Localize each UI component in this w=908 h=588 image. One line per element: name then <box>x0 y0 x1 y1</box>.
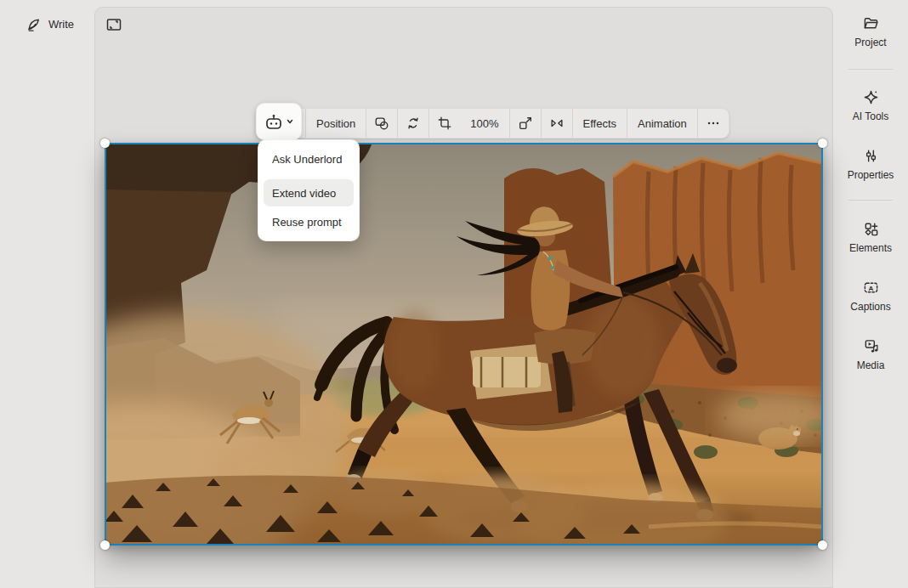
sidebar-divider <box>848 200 893 201</box>
sidebar-item-label: AI Tools <box>853 110 888 122</box>
folder-icon <box>863 15 879 31</box>
sidebar-item-media[interactable]: Media <box>833 338 908 371</box>
shape-mask-icon <box>374 116 389 131</box>
selection-handle-bottom-right[interactable] <box>818 540 827 550</box>
right-sidebar: Project AI Tools Properties <box>833 0 908 588</box>
frame-toggle-button[interactable] <box>104 14 124 35</box>
effects-button[interactable]: Effects <box>573 109 627 138</box>
resize-button[interactable] <box>510 109 541 138</box>
quill-icon <box>26 16 42 32</box>
write-label: Write <box>48 18 74 31</box>
sidebar-divider <box>848 69 893 70</box>
clip-toolbar: Position 100% <box>255 108 729 139</box>
mask-shape-button[interactable] <box>366 109 397 138</box>
flip-button[interactable] <box>542 109 572 138</box>
sidebar-item-properties[interactable]: Properties <box>833 148 908 181</box>
position-button[interactable]: Position <box>306 109 366 138</box>
sidebar-item-label: Project <box>854 37 886 48</box>
resize-arrow-icon <box>518 116 533 131</box>
flip-horizontal-icon <box>549 116 565 131</box>
selection-handle-bottom-left[interactable] <box>100 540 110 550</box>
rotate-icon <box>406 116 421 131</box>
shapes-icon <box>863 221 879 237</box>
rotate-button[interactable] <box>398 109 428 138</box>
menu-item-reuse-prompt[interactable]: Reuse prompt <box>264 208 354 235</box>
frame-icon <box>105 16 122 33</box>
sidebar-item-ai-tools[interactable]: AI Tools <box>833 89 908 122</box>
chevron-down-icon <box>286 117 294 126</box>
sidebar-item-label: Captions <box>850 301 890 313</box>
crop-button[interactable] <box>429 109 460 138</box>
robot-icon <box>264 112 283 131</box>
sidebar-item-label: Elements <box>849 242 892 254</box>
menu-item-extend-video[interactable]: Extend video <box>264 179 354 206</box>
video-clip[interactable] <box>105 143 823 546</box>
selection-handle-top-left[interactable] <box>100 139 110 148</box>
sidebar-item-captions[interactable]: A Captions <box>833 280 908 313</box>
write-button[interactable]: Write <box>20 13 79 36</box>
underlord-menu: Ask Underlord Extend video Reuse prompt <box>258 139 360 241</box>
sliders-icon <box>863 148 879 164</box>
sidebar-item-label: Media <box>857 359 885 371</box>
media-icon <box>863 338 879 354</box>
zoom-level-button[interactable]: 100% <box>460 109 508 138</box>
app-window: Write <box>0 0 908 588</box>
more-options-button[interactable] <box>698 109 729 138</box>
sidebar-item-project[interactable]: Project <box>833 15 908 48</box>
sidebar-item-label: Properties <box>848 169 894 181</box>
video-frame-art <box>105 143 823 546</box>
svg-text:A: A <box>868 285 873 292</box>
animation-button[interactable]: Animation <box>627 109 697 138</box>
menu-item-ask-underlord[interactable]: Ask Underlord <box>264 145 354 172</box>
underlord-button[interactable] <box>256 103 302 140</box>
selection-handle-top-right[interactable] <box>818 139 827 148</box>
sidebar-item-elements[interactable]: Elements <box>833 221 908 254</box>
captions-icon: A <box>863 280 879 296</box>
sparkle-icon <box>863 89 879 105</box>
crop-icon <box>437 116 452 131</box>
ellipsis-icon <box>706 116 721 131</box>
